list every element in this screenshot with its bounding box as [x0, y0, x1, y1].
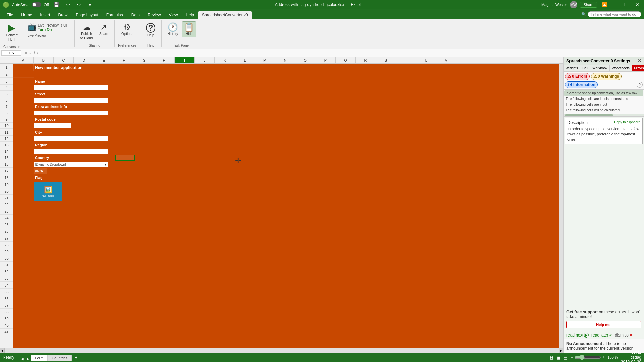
scroll-left-btn[interactable]: ◀ [0, 348, 5, 353]
tab-file[interactable]: File [3, 11, 17, 19]
col-header-s[interactable]: S [376, 57, 396, 63]
tab-errors[interactable]: Errors [632, 65, 644, 71]
cell-b6[interactable] [34, 98, 108, 103]
row-num-5[interactable]: 5 [0, 91, 13, 97]
col-header-c[interactable]: C [54, 57, 74, 63]
tab-review[interactable]: Review [144, 11, 165, 19]
row-num-10[interactable]: 10 [0, 123, 13, 129]
history-button[interactable]: 🕐 History [165, 21, 180, 37]
row-num-4[interactable]: 4 [0, 85, 13, 91]
row-num-30[interactable]: 30 [0, 255, 13, 262]
cell-b14[interactable] [34, 149, 108, 154]
row-num-21[interactable]: 21 [0, 195, 13, 201]
col-header-d[interactable]: D [74, 57, 94, 63]
row-num-7[interactable]: 7 [0, 103, 13, 110]
cell-a9[interactable] [13, 116, 34, 123]
tab-worksheets[interactable]: Worksheets [610, 65, 632, 71]
dismiss-link[interactable]: dismiss ✕ [615, 333, 633, 338]
tab-help[interactable]: Help [182, 11, 198, 19]
read-later-link[interactable]: read later ✔ [591, 333, 612, 338]
copy-clipboard-link[interactable]: Copy to clipboard [614, 120, 640, 125]
error-badge[interactable]: ⚠ 0 Errors [565, 73, 590, 80]
scroll-bar-track[interactable] [5, 348, 559, 353]
cell-b1[interactable]: New member application [34, 64, 128, 71]
cell-a5[interactable] [13, 91, 34, 97]
tab-insert[interactable]: Insert [36, 11, 54, 19]
row-num-28[interactable]: 28 [0, 242, 13, 248]
scroll-sheets-left[interactable]: ◀ [20, 356, 25, 361]
scroll-sheets-right[interactable]: ▶ [25, 356, 31, 361]
info-badge[interactable]: ℹ 4 Information [565, 81, 598, 88]
bottom-scrollbar[interactable]: ◀ ▶ [0, 348, 563, 353]
add-sheet-button[interactable]: + [72, 353, 80, 361]
col-header-u[interactable]: U [416, 57, 436, 63]
row-num-15[interactable]: 15 [0, 154, 13, 161]
zoom-slider[interactable] [574, 355, 601, 360]
confirm-formula-icon[interactable]: ✓ [29, 51, 32, 55]
row-num-25[interactable]: 25 [0, 221, 13, 228]
publish-button[interactable]: ☁ Publish to Cloud [78, 21, 95, 42]
cell-a8[interactable] [13, 110, 34, 116]
row-num-19[interactable]: 19 [0, 181, 13, 188]
right-scrollbar[interactable] [559, 64, 563, 348]
live-preview-turn-on[interactable]: Turn On [38, 27, 71, 31]
row-num-6[interactable]: 6 [0, 97, 13, 103]
cell-a3[interactable] [13, 78, 34, 85]
row-num-27[interactable]: 27 [0, 235, 13, 242]
col-header-m[interactable]: M [255, 57, 275, 63]
save-button[interactable]: 💾 [52, 1, 61, 8]
row-num-41[interactable]: 41 [0, 329, 13, 335]
tab-formulas[interactable]: Formulas [102, 11, 127, 19]
cell-a13[interactable] [13, 142, 34, 148]
row-num-24[interactable]: 24 [0, 215, 13, 221]
row-num-17[interactable]: 17 [0, 168, 13, 174]
col-header-i[interactable]: I [175, 57, 195, 63]
row-num-34[interactable]: 34 [0, 282, 13, 289]
row-num-18[interactable]: 18 [0, 174, 13, 181]
view-page-break-icon[interactable]: ▤ [563, 355, 568, 360]
row-num-9[interactable]: 9 [0, 116, 13, 123]
formula-input[interactable] [41, 51, 643, 55]
row-num-3[interactable]: 3 [0, 78, 13, 85]
more-button[interactable]: ▼ [86, 1, 94, 8]
options-button[interactable]: ⚙ Options [119, 21, 135, 37]
col-header-o[interactable]: O [295, 57, 315, 63]
scroll-thumb[interactable] [565, 114, 613, 116]
row-num-37[interactable]: 37 [0, 302, 13, 309]
row-num-11[interactable]: 11 [0, 129, 13, 136]
cell-a4[interactable] [13, 85, 34, 91]
panel-close-icon[interactable]: ✕ [638, 58, 641, 63]
cell-a14[interactable] [13, 148, 34, 154]
cell-a2[interactable] [13, 71, 34, 78]
dropdown-arrow[interactable]: ▼ [104, 163, 107, 166]
row-num-13[interactable]: 13 [0, 142, 13, 148]
cell-a16[interactable] [13, 161, 34, 168]
cell-a7[interactable] [13, 103, 34, 110]
help-me-button[interactable]: Help me! [566, 321, 641, 328]
info-item-3[interactable]: The following cells will be calculated [564, 107, 643, 113]
close-button[interactable]: ✕ [633, 1, 641, 8]
cell-b4[interactable] [34, 85, 108, 90]
col-header-l[interactable]: L [235, 57, 255, 63]
hide-button[interactable]: 📋 Hide [182, 21, 196, 37]
insert-function-icon[interactable]: f [34, 51, 35, 55]
minimize-button[interactable]: ─ [612, 1, 620, 8]
tab-spreadsheet-converter[interactable]: SpreadsheetConverter v9 [198, 11, 252, 19]
row-num-2[interactable]: 2 [0, 71, 13, 78]
row-num-29[interactable]: 29 [0, 248, 13, 255]
cell-reference-box[interactable] [1, 50, 21, 56]
help-button[interactable]: ? Help [143, 21, 158, 39]
cell-a10[interactable] [13, 123, 34, 129]
col-header-b[interactable]: B [34, 57, 54, 63]
cell-b10[interactable] [34, 123, 71, 128]
cell-i15-selected[interactable] [115, 155, 135, 161]
cell-a6[interactable] [13, 97, 34, 103]
read-next-link[interactable]: read next ▶ [566, 333, 589, 338]
cell-a11[interactable] [13, 129, 34, 136]
tab-cell[interactable]: Cell [580, 65, 590, 71]
row-num-16[interactable]: 16 [0, 161, 13, 168]
row-num-20[interactable]: 20 [0, 188, 13, 195]
row-num-31[interactable]: 31 [0, 262, 13, 268]
tab-widgets[interactable]: Widgets [564, 65, 580, 71]
row-num-12[interactable]: 12 [0, 136, 13, 142]
